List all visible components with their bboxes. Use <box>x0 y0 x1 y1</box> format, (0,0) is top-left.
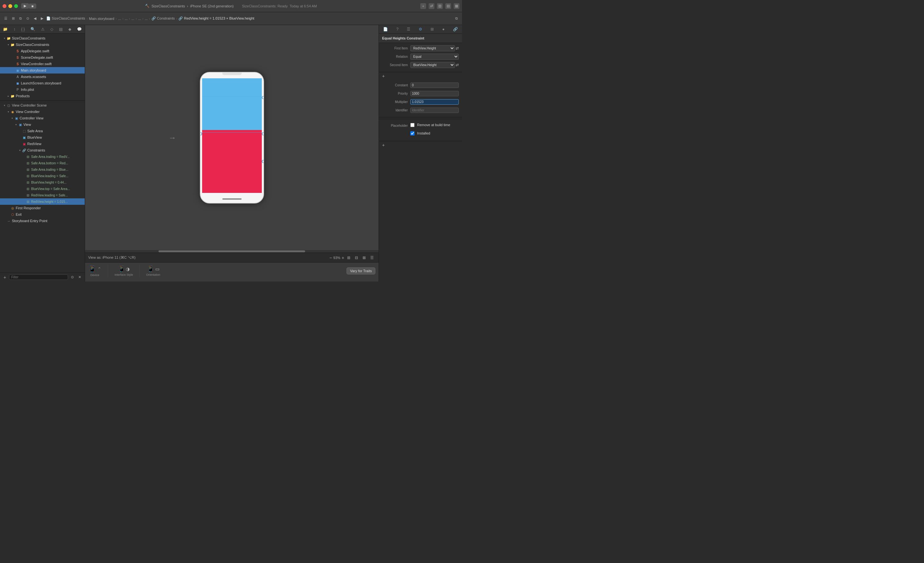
tree-item-view[interactable]: ▾ ▣ View <box>0 121 85 128</box>
tree-item-blueview[interactable]: ▣ BlueView <box>0 134 85 141</box>
tree-item-appdelegate[interactable]: S AppDelegate.swift <box>0 48 85 54</box>
tree-item-c1[interactable]: ⊟ Safe Area.trailing = RedV... <box>0 153 85 160</box>
add-button[interactable]: + <box>420 3 426 9</box>
layout-btn2[interactable]: ▤ <box>446 3 451 9</box>
tree-item-mainstoryboard[interactable]: ◼ Main.storyboard <box>0 67 85 74</box>
tree-item-scenedelegate[interactable]: S SceneDelegate.swift <box>0 54 85 61</box>
inspector-identity-btn[interactable]: ☰ <box>405 26 412 32</box>
filter-clear-btn[interactable]: ✕ <box>76 274 83 280</box>
inspector-attributes-btn[interactable]: ⚙ <box>417 26 423 32</box>
tree-item-launchscreen[interactable]: ◼ LaunchScreen.storyboard <box>0 80 85 86</box>
canvas-options-btn[interactable]: ⊠ <box>361 255 368 261</box>
tree-item-first-responder[interactable]: ◎ First Responder <box>0 205 85 211</box>
zoom-actual-btn[interactable]: ⊟ <box>353 255 360 261</box>
tree-item-constraints[interactable]: ▾ 🔗 Constraints <box>0 147 85 153</box>
installed-checkbox[interactable] <box>410 131 414 135</box>
source-control-btn[interactable]: ↕ <box>12 26 16 32</box>
zoom-in-btn[interactable]: + <box>342 255 344 260</box>
back-forward[interactable]: ⇄ <box>429 3 434 9</box>
layout-btn3[interactable]: ▦ <box>454 3 459 9</box>
tree-item-c2[interactable]: ⊟ Safe Area.bottom = Red... <box>0 160 85 166</box>
multiplier-input[interactable] <box>410 99 459 105</box>
tree-item-root-group[interactable]: ▾ 📁 SizeClassConstraints <box>0 35 85 41</box>
tree-item-vcs[interactable]: ▾ ◻ View Controller Scene <box>0 102 85 108</box>
breadcrumb-item-4[interactable]: ... <box>125 17 128 21</box>
tree-item-safearea[interactable]: ⬚ Safe Area <box>0 128 85 134</box>
inspector-plus-btn[interactable]: + <box>381 73 386 79</box>
toolbar-btn2[interactable]: ⊞ <box>10 15 16 21</box>
tree-item-c3[interactable]: ⊟ Safe Area.trailing = Blue... <box>0 166 85 173</box>
breadcrumb-current[interactable]: 🔗 RedView.height = 1.01523 × BlueView.he… <box>178 17 254 21</box>
tree-item-viewcontroller[interactable]: S ViewController.swift <box>0 61 85 67</box>
constant-input[interactable] <box>410 83 459 88</box>
maximize-button[interactable] <box>14 4 18 8</box>
interface-style-selector[interactable]: 📱 ◑ Interface Style <box>114 266 133 276</box>
breadcrumb-item-1[interactable]: 📄 SizeClassConstraints <box>46 17 86 21</box>
tree-item-redview[interactable]: ▣ RedView <box>0 141 85 147</box>
first-item-select[interactable]: RedView.Height <box>410 45 455 51</box>
tree-item-infoplist[interactable]: P Info.plist <box>0 86 85 93</box>
second-item-swap-btn[interactable]: ⇄ <box>456 63 459 67</box>
priority-input[interactable] <box>410 91 459 96</box>
filter-input-left[interactable] <box>9 275 68 280</box>
tree-item-c6[interactable]: ⊟ BlueView.top = Safe Area... <box>0 186 85 192</box>
zoom-fit-btn[interactable]: ⊞ <box>345 255 352 261</box>
inspector-file-btn[interactable]: 📄 <box>382 26 389 32</box>
relation-select[interactable]: Equal <box>410 54 459 60</box>
filter-settings-btn[interactable]: ⊙ <box>69 274 75 280</box>
layout-btn1[interactable]: ▥ <box>437 3 443 9</box>
zoom-out-btn[interactable]: − <box>330 255 332 260</box>
inspector-quick-btn[interactable]: ? <box>395 26 400 32</box>
tree-item-group1[interactable]: ▾ 📁 SizeClassConstraints <box>0 41 85 48</box>
toolbar-btn3[interactable]: ⧉ <box>18 15 23 21</box>
tree-item-assets[interactable]: A Assets.xcassets <box>0 74 85 80</box>
inspector-plus-btn-bottom[interactable]: + <box>381 142 386 148</box>
inspector-connections-btn[interactable]: ● <box>441 26 446 32</box>
forward-btn[interactable]: ▶ <box>39 15 45 21</box>
tree-item-vc[interactable]: ▾ ◉ View Controller <box>0 108 85 115</box>
breadcrumb-item-2[interactable]: Main.storyboard <box>89 17 114 21</box>
run-button[interactable]: ▶ <box>21 3 29 9</box>
breadcrumb-item-5[interactable]: ... <box>132 17 134 21</box>
first-item-swap-btn[interactable]: ⇄ <box>456 46 459 50</box>
close-button[interactable] <box>3 4 6 8</box>
tree-item-c4[interactable]: ⊟ BlueView.leading = Safe... <box>0 173 85 179</box>
filter-add-btn[interactable]: + <box>2 274 8 281</box>
vary-for-traits-btn[interactable]: Vary for Traits <box>346 267 375 275</box>
identifier-input[interactable] <box>410 108 459 113</box>
tree-item-exit[interactable]: ⬡ Exit <box>0 211 85 218</box>
tree-item-c7[interactable]: ⊟ RedView.leading = Safe... <box>0 192 85 198</box>
tree-item-entry[interactable]: → Storyboard Entry Point <box>0 218 85 224</box>
inspector-toggle[interactable]: ⧉ <box>454 15 459 21</box>
minimize-button[interactable] <box>8 4 12 8</box>
debug-btn[interactable]: ▤ <box>58 26 64 32</box>
breakpoint-btn[interactable]: ◆ <box>67 26 72 32</box>
breadcrumb-item-3[interactable]: ... <box>118 17 121 21</box>
issue-btn[interactable]: ⚠ <box>40 26 46 32</box>
breadcrumb-item-6[interactable]: ... <box>138 17 141 21</box>
stop-button[interactable]: ■ <box>29 3 36 9</box>
inspector-size-btn[interactable]: ⊞ <box>429 26 435 32</box>
canvas-view-btn[interactable]: ☰ <box>369 255 375 261</box>
orientation-selector[interactable]: 📱 ▭ Orientation <box>146 266 160 276</box>
placeholder-checkbox[interactable] <box>410 123 414 127</box>
tree-item-c8[interactable]: ⊟ RedView.height = 1.015... <box>0 198 85 205</box>
breadcrumb-constraints[interactable]: 🔗 Constraints <box>152 17 175 21</box>
find-btn[interactable]: 🔍 <box>29 26 37 32</box>
breadcrumb-item-7[interactable]: ... <box>145 17 148 21</box>
tree-item-c5[interactable]: ⊟ BlueView.height = 0.44... <box>0 179 85 186</box>
report-btn[interactable]: 💬 <box>76 26 83 32</box>
canvas-scrollbar[interactable] <box>85 250 379 252</box>
toolbar-btn4[interactable]: ⊙ <box>25 15 31 21</box>
canvas-scroll-thumb[interactable] <box>159 250 305 252</box>
back-btn[interactable]: ◀ <box>32 15 38 21</box>
inspector-bindings-btn[interactable]: 🔗 <box>452 26 459 32</box>
test-btn[interactable]: ◇ <box>49 26 54 32</box>
navigator-toggle[interactable]: ☰ <box>3 15 9 21</box>
tree-item-products[interactable]: ▸ 📁 Products <box>0 93 85 99</box>
file-navigator-btn[interactable]: 📁 <box>2 26 9 32</box>
tree-item-cv[interactable]: ▾ ▣ Controller View <box>0 115 85 121</box>
device-selector[interactable]: 📱 ⌃ Device <box>88 265 101 277</box>
symbol-btn[interactable]: { } <box>20 26 26 32</box>
second-item-select[interactable]: BlueView.Height <box>410 62 455 68</box>
